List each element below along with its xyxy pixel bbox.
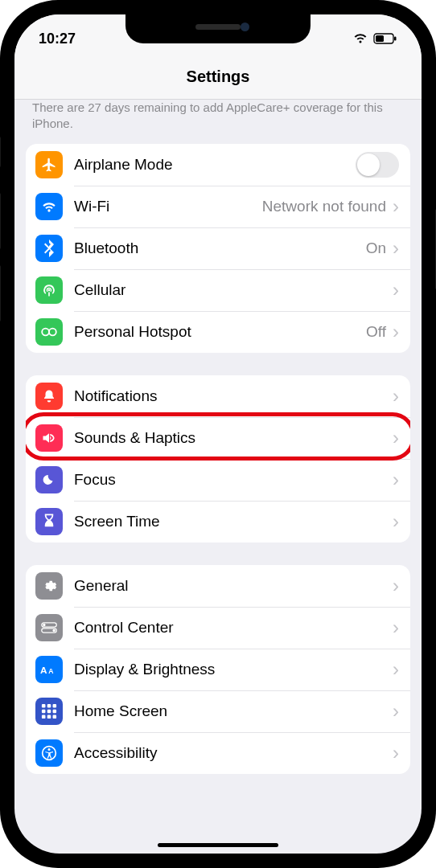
home-screen-row[interactable]: Home Screen › [26, 690, 410, 732]
chevron-right-icon: › [393, 197, 399, 216]
wifi-icon [35, 193, 63, 220]
bluetooth-row[interactable]: Bluetooth On › [26, 227, 410, 269]
svg-text:A: A [40, 665, 47, 675]
chevron-right-icon: › [393, 428, 399, 448]
svg-rect-1 [376, 35, 384, 42]
svg-rect-13 [53, 704, 57, 708]
row-label: Cellular [74, 281, 393, 299]
cellular-row[interactable]: Cellular › [26, 269, 410, 311]
svg-point-4 [49, 329, 56, 336]
hourglass-icon [35, 508, 63, 535]
text-size-icon: AA [35, 656, 63, 683]
row-label: Wi-Fi [74, 198, 262, 215]
airplane-mode-row[interactable]: Airplane Mode [26, 144, 410, 186]
accessibility-icon [35, 739, 63, 767]
svg-rect-18 [47, 715, 51, 719]
bluetooth-icon [35, 235, 63, 262]
chevron-right-icon: › [393, 743, 399, 763]
page-title: Settings [187, 68, 250, 86]
row-label: Notifications [74, 387, 393, 405]
toggles-icon [35, 614, 63, 641]
system-group: General › Control Center › AA Display & … [26, 565, 410, 774]
svg-rect-16 [53, 710, 57, 714]
row-label: Focus [74, 471, 393, 489]
chevron-right-icon: › [393, 387, 399, 406]
notifications-row[interactable]: Notifications › [26, 375, 410, 417]
battery-status-icon [373, 33, 397, 44]
applecare-banner: There are 27 days remaining to add Apple… [14, 100, 422, 144]
svg-rect-2 [394, 37, 397, 41]
focus-row[interactable]: Focus › [26, 459, 410, 501]
sounds-haptics-row[interactable]: Sounds & Haptics › [26, 417, 410, 459]
screen-time-row[interactable]: Screen Time › [26, 501, 410, 542]
svg-point-21 [48, 748, 51, 751]
general-row[interactable]: General › [26, 565, 410, 607]
nav-header: Settings [14, 55, 422, 100]
display-brightness-row[interactable]: AA Display & Brightness › [26, 649, 410, 690]
hotspot-row[interactable]: Personal Hotspot Off › [26, 311, 410, 353]
svg-rect-19 [53, 715, 57, 719]
cellular-icon [35, 276, 63, 304]
row-label: General [74, 577, 393, 595]
wifi-row[interactable]: Wi-Fi Network not found › [26, 186, 410, 227]
volume-up-button [0, 193, 1, 249]
airplane-icon [35, 151, 63, 178]
front-camera [241, 23, 249, 31]
device-frame: 10:27 Settings There are 27 days remaini… [0, 0, 436, 868]
bell-icon [35, 383, 63, 410]
gear-icon [35, 572, 63, 600]
row-label: Airplane Mode [74, 156, 356, 174]
status-time: 10:27 [39, 31, 76, 47]
chevron-right-icon: › [393, 280, 399, 300]
row-label: Personal Hotspot [74, 323, 366, 341]
row-value: Off [366, 323, 386, 341]
notch [125, 14, 311, 43]
wifi-status-icon [352, 33, 368, 44]
row-label: Control Center [74, 619, 393, 637]
row-label: Display & Brightness [74, 661, 393, 678]
grid-icon [35, 698, 63, 725]
row-label: Sounds & Haptics [74, 429, 393, 447]
svg-point-3 [42, 329, 49, 336]
row-label: Home Screen [74, 702, 393, 720]
svg-rect-15 [47, 710, 51, 714]
svg-rect-17 [42, 715, 46, 719]
home-indicator[interactable] [158, 843, 278, 847]
notifications-group: Notifications › Sounds & Haptics › Focus… [26, 375, 410, 542]
chevron-right-icon: › [393, 512, 399, 531]
chevron-right-icon: › [393, 576, 399, 596]
chevron-right-icon: › [393, 702, 399, 721]
volume-down-button [0, 265, 1, 321]
svg-rect-14 [42, 710, 46, 714]
svg-rect-12 [47, 704, 51, 708]
svg-point-8 [52, 629, 55, 632]
screen: 10:27 Settings There are 27 days remaini… [14, 14, 422, 854]
settings-content[interactable]: There are 27 days remaining to add Apple… [14, 100, 422, 854]
speaker-icon [35, 424, 63, 452]
accessibility-row[interactable]: Accessibility › [26, 732, 410, 774]
chevron-right-icon: › [393, 322, 399, 342]
chevron-right-icon: › [393, 470, 399, 489]
row-value: Network not found [262, 198, 386, 215]
mute-switch [0, 137, 1, 167]
chevron-right-icon: › [393, 660, 399, 679]
speaker [195, 24, 241, 30]
svg-rect-11 [42, 704, 46, 708]
row-label: Bluetooth [74, 240, 366, 257]
control-center-row[interactable]: Control Center › [26, 607, 410, 649]
moon-icon [35, 466, 63, 493]
svg-text:A: A [48, 667, 53, 675]
row-label: Screen Time [74, 513, 393, 530]
chevron-right-icon: › [393, 239, 399, 258]
connectivity-group: Airplane Mode Wi-Fi Network not found › … [26, 144, 410, 353]
svg-point-6 [43, 624, 45, 626]
row-value: On [366, 240, 386, 257]
airplane-mode-toggle[interactable] [356, 152, 399, 178]
row-label: Accessibility [74, 744, 393, 762]
chevron-right-icon: › [393, 618, 399, 637]
hotspot-icon [35, 318, 63, 346]
